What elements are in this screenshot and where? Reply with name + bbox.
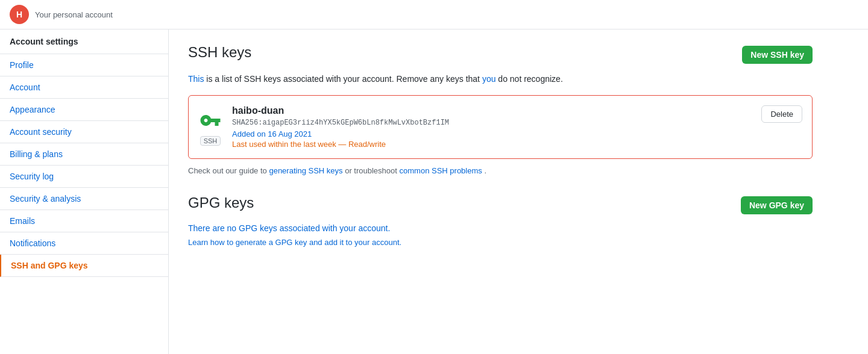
guide-middle: or troubleshoot — [345, 166, 399, 175]
sidebar-item-account-security[interactable]: Account security — [0, 121, 168, 143]
main-layout: Account settings Profile Account Appeara… — [0, 30, 868, 354]
sidebar-section-header: Account settings — [0, 30, 168, 54]
key-details: haibo-duan SHA256:aigapEG3riiz4hYX5kGEpW… — [232, 105, 752, 149]
main-content: SSH keys New SSH key This is a list of S… — [169, 30, 832, 354]
gpg-empty-text: There are no GPG keys associated with yo… — [188, 223, 813, 233]
ssh-desc-you: you — [482, 74, 496, 84]
common-ssh-problems-link[interactable]: common SSH problems — [400, 166, 482, 175]
sidebar-item-profile[interactable]: Profile — [0, 54, 168, 76]
account-info: H Your personal account — [10, 5, 113, 24]
ssh-desc-this: This — [188, 74, 204, 84]
sidebar-item-ssh-gpg[interactable]: SSH and GPG keys — [0, 255, 168, 277]
sidebar-item-security-log[interactable]: Security log — [0, 166, 168, 188]
ssh-badge: SSH — [200, 136, 221, 146]
key-used: Last used within the last week — Read/wr… — [232, 140, 752, 149]
top-bar: H Your personal account — [0, 0, 868, 30]
gpg-learn-text: Learn how to generate a GPG key and add … — [188, 238, 813, 247]
guide-after: . — [484, 166, 486, 175]
ssh-description: This is a list of SSH keys associated wi… — [188, 73, 813, 85]
ssh-desc-do-not: do not recognize. — [498, 74, 562, 84]
key-hash: SHA256:aigapEG3riiz4hYX5kGEpW6bLn8fkMwLv… — [232, 119, 752, 127]
sidebar-item-emails[interactable]: Emails — [0, 210, 168, 232]
new-gpg-key-button[interactable]: New GPG key — [741, 196, 813, 214]
sidebar-item-notifications[interactable]: Notifications — [0, 232, 168, 255]
sidebar-item-billing[interactable]: Billing & plans — [0, 143, 168, 166]
generating-ssh-keys-link[interactable]: generating SSH keys — [269, 166, 342, 175]
gpg-learn-link[interactable]: Learn how to generate a GPG key and add … — [188, 238, 401, 247]
gpg-section-header: GPG keys New GPG key — [188, 194, 813, 216]
ssh-guide-text: Check out our guide to generating SSH ke… — [188, 166, 813, 175]
sidebar-item-account[interactable]: Account — [0, 76, 168, 99]
ssh-section-title: SSH keys — [188, 44, 251, 61]
account-label: Your personal account — [35, 10, 113, 19]
ssh-desc-main: is a list of SSH keys associated with yo… — [206, 74, 482, 84]
new-ssh-key-button[interactable]: New SSH key — [742, 46, 813, 64]
avatar: H — [10, 5, 29, 24]
guide-before: Check out our guide to — [188, 166, 269, 175]
key-icon-container: SSH — [198, 108, 222, 146]
key-icon — [198, 108, 222, 132]
sidebar: Account settings Profile Account Appeara… — [0, 30, 169, 354]
delete-ssh-key-button[interactable]: Delete — [761, 105, 802, 123]
gpg-section-title: GPG keys — [188, 194, 254, 211]
sidebar-item-security-analysis[interactable]: Security & analysis — [0, 188, 168, 210]
ssh-section-header: SSH keys New SSH key — [188, 44, 813, 66]
ssh-key-card: SSH haibo-duan SHA256:aigapEG3riiz4hYX5k… — [188, 95, 813, 159]
key-added: Added on 16 Aug 2021 — [232, 129, 752, 138]
key-name: haibo-duan — [232, 105, 752, 116]
sidebar-item-appearance[interactable]: Appearance — [0, 99, 168, 121]
